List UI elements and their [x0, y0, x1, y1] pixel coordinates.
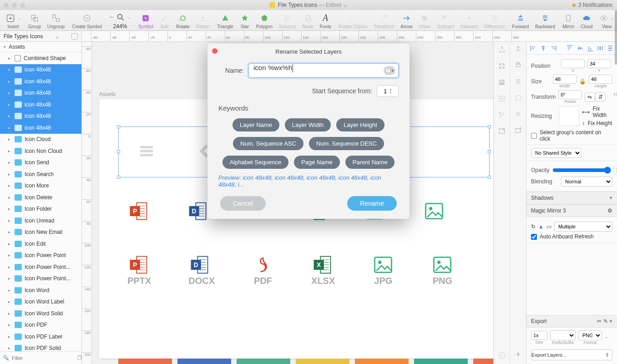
layer-item[interactable]: ▸icon 48x48: [0, 111, 81, 122]
symbol-button[interactable]: Symbol: [136, 12, 156, 29]
layer-item[interactable]: ▸Icon Send: [0, 157, 81, 169]
close-window-icon[interactable]: [4, 3, 9, 8]
group-button[interactable]: Group: [25, 12, 44, 29]
export-rail-icon[interactable]: [497, 45, 507, 55]
align-right-icon[interactable]: [550, 45, 557, 52]
blending-select[interactable]: Normal: [561, 177, 612, 187]
export-size-input[interactable]: [531, 331, 547, 340]
export-prefix-select[interactable]: [550, 330, 576, 340]
bolt-icon[interactable]: [514, 350, 522, 360]
panel-toggle-icon[interactable]: [71, 33, 78, 40]
grid2-icon[interactable]: [497, 94, 507, 104]
shadows-section[interactable]: Shadows+: [526, 192, 617, 204]
layer-item[interactable]: ▸Icon Word Solid: [0, 308, 81, 319]
print-icon[interactable]: [514, 61, 522, 71]
fonts-button[interactable]: AFonts: [317, 12, 334, 29]
width-input[interactable]: [553, 75, 577, 84]
zoom-control[interactable]: −⌄244%: [106, 11, 133, 30]
upload-icon[interactable]: [514, 45, 522, 55]
gear-icon[interactable]: ⚙: [607, 207, 612, 214]
keyword-pill[interactable]: Layer Name: [233, 118, 279, 131]
position-y-input[interactable]: [587, 59, 611, 68]
card-icon[interactable]: ▭: [546, 223, 551, 230]
sequence-stepper[interactable]: 1▴▾: [377, 85, 399, 97]
grid-icon[interactable]: [497, 61, 507, 71]
keyword-pill[interactable]: Num. Sequence DESC: [309, 137, 384, 150]
keyword-pill[interactable]: Layer Width: [285, 118, 331, 131]
image-plus-icon[interactable]: +: [514, 126, 522, 136]
layer-item[interactable]: ▸Icon Delete: [0, 192, 81, 203]
auto-artboard-checkbox[interactable]: Auto Artboard Refresh: [531, 233, 612, 240]
layer-item[interactable]: ▸Icon Power Point...: [0, 273, 81, 285]
layer-item[interactable]: ▸Icon Cloud: [0, 134, 81, 146]
layer-item[interactable]: ▸Icon Power Point...: [0, 261, 81, 273]
remove-icon[interactable]: −: [605, 334, 608, 341]
insert-button[interactable]: ⌄Insert: [3, 12, 24, 29]
view-button[interactable]: ⌄View: [596, 12, 617, 29]
image-add-icon[interactable]: [497, 126, 507, 136]
pages-dropdown[interactable]: File Types Icons⌄: [0, 31, 82, 42]
fix-height-toggle[interactable]: ↕Fix Height: [582, 120, 612, 126]
layer-item[interactable]: ▸Icon More: [0, 180, 81, 192]
keyword-pill[interactable]: Layer Height: [336, 118, 384, 131]
history-icon[interactable]: 🕘▾: [384, 66, 395, 75]
polygon-button[interactable]: Polygon: [253, 12, 275, 29]
forward-button[interactable]: Forward: [510, 12, 532, 29]
align-bottom-icon[interactable]: [587, 45, 594, 52]
distribute-v-icon[interactable]: [607, 45, 614, 52]
selection-icon[interactable]: [514, 94, 522, 104]
filter-input[interactable]: [12, 355, 75, 361]
flip-v-icon[interactable]: ⇵: [596, 92, 606, 101]
layer-item[interactable]: ▸Icon Unread: [0, 215, 81, 227]
mirror-h-icon[interactable]: ▲: [538, 223, 544, 230]
minimize-window-icon[interactable]: [12, 3, 17, 8]
export-layers-button[interactable]: Export Layers...⇪: [531, 349, 612, 360]
notifications-indicator[interactable]: 3 Notifications: [572, 2, 612, 8]
list-icon[interactable]: [514, 77, 522, 87]
layer-item[interactable]: ▸Icon PDF Solid: [0, 343, 81, 352]
keyword-pill[interactable]: Page Name: [294, 156, 340, 169]
resizing-constraints[interactable]: [559, 106, 580, 126]
layer-item[interactable]: ▸Icon Non Cloud: [0, 145, 81, 157]
zoom-window-icon[interactable]: [20, 3, 25, 8]
star-button[interactable]: Star: [237, 12, 253, 29]
knife-icon[interactable]: ✂: [597, 318, 602, 324]
rename-button[interactable]: Rename: [347, 196, 397, 211]
align-left-icon[interactable]: [530, 45, 537, 52]
layer-item[interactable]: ▸Icon Search: [0, 168, 81, 180]
rotate-input[interactable]: [558, 90, 582, 99]
distribute-h-icon[interactable]: [597, 45, 604, 52]
align-center-h-icon[interactable]: [540, 45, 547, 52]
pencil-icon[interactable]: ✎: [603, 318, 608, 324]
info-icon[interactable]: [497, 350, 507, 360]
keyword-pill[interactable]: Alphabet Sequence: [223, 156, 288, 169]
triangle-button[interactable]: Triangle: [214, 12, 236, 29]
layer-item[interactable]: ▸icon 48x48: [0, 87, 81, 99]
layout-icon[interactable]: [497, 77, 507, 87]
plus-icon[interactable]: +: [609, 318, 612, 324]
opacity-slider[interactable]: [552, 167, 611, 174]
shape-icon[interactable]: [514, 110, 522, 120]
pages-icon[interactable]: ❐: [77, 355, 82, 361]
layer-item[interactable]: ▸Icon Edit: [0, 238, 81, 250]
select-group-checkbox[interactable]: Select group's content on click: [531, 129, 612, 142]
backward-button[interactable]: Backward: [532, 12, 558, 29]
keyword-pill[interactable]: Num. Sequence ASC: [233, 137, 303, 150]
height-input[interactable]: [589, 75, 612, 84]
assets-header[interactable]: ▾ Assets: [0, 42, 81, 52]
create-symbol-button[interactable]: Create Symbol: [69, 12, 105, 29]
align-middle-icon[interactable]: [577, 45, 584, 52]
export-format-select[interactable]: PNG: [578, 330, 602, 340]
layer-item[interactable]: ▸Icon PDF Label: [0, 331, 81, 343]
layer-item[interactable]: ▸icon 48x48: [0, 99, 81, 111]
layer-item[interactable]: ▸icon 48x48: [0, 122, 81, 134]
fix-width-toggle[interactable]: ⟷Fix Width: [582, 106, 612, 118]
transform-rail-icon[interactable]: [497, 110, 507, 120]
layer-item[interactable]: ▸Icon PDF: [0, 319, 81, 331]
layer-item[interactable]: ▸Icon Word Label: [0, 296, 81, 308]
layer-item[interactable]: ▸icon 48x48: [0, 76, 81, 87]
flip-h-icon[interactable]: ⇋: [585, 92, 595, 101]
position-x-input[interactable]: [561, 59, 585, 68]
keyword-pill[interactable]: Parent Name: [345, 156, 395, 169]
layer-item[interactable]: ▸Combined Shape: [0, 52, 81, 64]
